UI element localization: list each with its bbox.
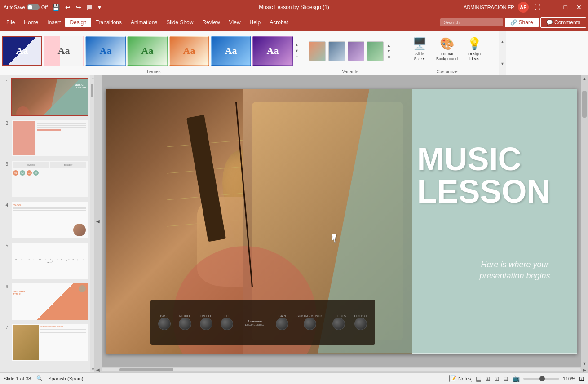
slide-thumb-6[interactable]: 6 SECTIONTITLE xyxy=(2,282,88,321)
menu-help[interactable]: Help xyxy=(245,18,265,27)
zoom-fit-button[interactable]: ⊡ xyxy=(579,375,584,382)
menu-design[interactable]: Design xyxy=(65,18,91,27)
slide-panel-inner: 1 MUSICLESSON 2 xyxy=(0,75,94,372)
slide-size-label: SlideSize ▾ xyxy=(414,52,425,62)
menu-transitions[interactable]: Transitions xyxy=(91,18,126,27)
slide-sorter-icon[interactable]: ⊡ xyxy=(494,375,500,382)
menu-insert[interactable]: Insert xyxy=(43,18,65,27)
present-button[interactable]: ▤ xyxy=(85,3,94,12)
design-ideas-button[interactable]: 💡 DesignIdeas xyxy=(463,35,486,63)
autosave-toggle[interactable] xyxy=(27,4,40,10)
toolbar-icons: 💾 ↩ ↪ ▤ ▾ xyxy=(50,3,103,12)
canvas-scroll-top[interactable]: ▲ xyxy=(581,75,588,82)
canvas-scroll-bottom[interactable]: ▼ xyxy=(581,361,588,367)
amp-label-3: TREBLE xyxy=(200,314,212,318)
customize-button[interactable]: ▾ xyxy=(96,3,103,12)
minimize-button[interactable]: — xyxy=(546,4,557,11)
slide-thumb-1[interactable]: 1 MUSICLESSON xyxy=(2,78,88,116)
theme-label-7: Aa xyxy=(267,45,279,57)
theme-item-6[interactable]: Aa xyxy=(211,36,251,66)
zoom-level: 110% xyxy=(563,376,575,381)
slide-title: MUSIC LESSON xyxy=(417,143,550,207)
slideshow-icon[interactable]: ▤ xyxy=(476,375,482,382)
menu-animations[interactable]: Animations xyxy=(126,18,162,27)
theme-label-2: Aa xyxy=(58,45,70,57)
menu-view[interactable]: View xyxy=(225,18,245,27)
ribbon-scroll-top[interactable]: ▲ xyxy=(499,31,506,53)
canvas-main[interactable]: BASS MIDDLE TREBLE O.I. xyxy=(102,75,581,367)
variants-scroll-down[interactable]: ▼ xyxy=(386,49,391,54)
ribbon: Aa Aa Aa Aa Aa Aa Aa ▲ ▼ ≡ xyxy=(0,31,588,75)
autosave-label: AutoSave xyxy=(4,4,25,10)
variant-item-3[interactable] xyxy=(348,41,364,61)
slide-thumb-5[interactable]: 5 "The universe thinks of us as if the e… xyxy=(2,242,88,280)
canvas-left-scroll: ◀ xyxy=(94,75,102,367)
amp-col-2: MIDDLE xyxy=(179,314,191,330)
menu-home[interactable]: Home xyxy=(19,18,43,27)
h-scroll-right-btn[interactable]: ▶ xyxy=(582,367,587,372)
canvas-scroll-left[interactable]: ◀ xyxy=(96,219,100,224)
theme-item-5[interactable]: Aa xyxy=(169,36,209,66)
presenter-view-icon[interactable]: 📺 xyxy=(512,375,520,382)
slide-thumb-4[interactable]: 4 VENUS xyxy=(2,201,88,239)
scroll-thumb xyxy=(91,84,93,97)
preview-s7-img xyxy=(13,325,39,360)
variants-expand[interactable]: ≡ xyxy=(386,54,391,60)
reading-view-icon[interactable]: ⊟ xyxy=(503,375,508,382)
menu-acrobat[interactable]: Acrobat xyxy=(265,18,292,27)
language-info: Spanish (Spain) xyxy=(48,376,83,381)
slide-list[interactable]: 1 MUSICLESSON 2 xyxy=(0,75,90,372)
menu-review[interactable]: Review xyxy=(198,18,224,27)
format-bg-icon: 🎨 xyxy=(440,37,454,51)
slide-size-button[interactable]: 🖥️ SlideSize ▾ xyxy=(408,35,431,63)
normal-view-icon[interactable]: ⊞ xyxy=(485,375,491,382)
menu-file[interactable]: File xyxy=(2,18,19,27)
undo-button[interactable]: ↩ xyxy=(63,3,72,12)
zoom-slider[interactable] xyxy=(523,378,559,380)
variant-item-2[interactable] xyxy=(328,41,345,61)
preview-quote: "The universe thinks of us as if the ent… xyxy=(12,257,88,265)
variants-scroll-up[interactable]: ▲ xyxy=(386,43,391,48)
theme-item-2[interactable]: Aa xyxy=(44,36,84,66)
ribbon-scroll-bottom[interactable]: ▼ xyxy=(499,53,506,75)
share-button[interactable]: 🔗 Share xyxy=(505,18,538,27)
theme-label-5: Aa xyxy=(183,45,195,57)
variant-item-1[interactable] xyxy=(309,41,326,61)
slide-scroll-down[interactable]: ▼ xyxy=(90,366,94,372)
horizontal-scrollbar[interactable]: ◀ ▶ xyxy=(94,367,588,372)
amp-col-3: TREBLE xyxy=(200,314,212,330)
redo-button[interactable]: ↪ xyxy=(74,3,83,12)
theme-item-3[interactable]: Aa xyxy=(85,36,126,66)
themes-scroll-down[interactable]: ▼ xyxy=(294,48,299,53)
variant-item-4[interactable] xyxy=(367,41,384,61)
themes-section: Aa Aa Aa Aa Aa Aa Aa ▲ ▼ ≡ xyxy=(0,31,305,75)
window-title: Music Lesson by Slidesgo (1) xyxy=(259,4,329,10)
comments-button[interactable]: 💬 Comments xyxy=(540,17,586,28)
notes-button[interactable]: 📝 Notes xyxy=(449,375,472,382)
menu-slideshow[interactable]: Slide Show xyxy=(162,18,198,27)
theme-item-7[interactable]: Aa xyxy=(252,36,293,66)
slide-thumb-2[interactable]: 2 xyxy=(2,119,88,157)
h-scroll-left-btn[interactable]: ◀ xyxy=(95,367,101,372)
close-button[interactable]: ✕ xyxy=(574,4,584,11)
slide-thumb-3[interactable]: 3 FEATURES ASSGNMENT 01 02 03 04 xyxy=(2,160,88,198)
fullscreen-button[interactable]: ⛶ xyxy=(532,3,542,12)
search-input[interactable] xyxy=(440,18,503,26)
slide-title-line1: MUSIC xyxy=(417,143,550,175)
theme-item-1[interactable]: Aa xyxy=(2,36,42,66)
amp-label-6: SUB HARMONICS xyxy=(296,314,323,318)
maximize-button[interactable]: □ xyxy=(561,4,570,11)
slide-canvas[interactable]: BASS MIDDLE TREBLE O.I. xyxy=(106,89,577,354)
amplifier: BASS MIDDLE TREBLE O.I. xyxy=(150,300,375,345)
themes-scroll-up[interactable]: ▲ xyxy=(294,42,299,48)
slide-preview-2 xyxy=(11,119,88,157)
preview-v-line1 xyxy=(13,207,86,208)
save-button[interactable]: 💾 xyxy=(50,3,62,12)
slide-scroll-up[interactable]: ▲ xyxy=(90,75,94,81)
theme-item-4[interactable]: Aa xyxy=(127,36,168,66)
slide-thumb-7[interactable]: 7 WHAT IS THIS TOPIC ABOUT? xyxy=(2,323,88,362)
format-background-button[interactable]: 🎨 FormatBackground xyxy=(433,35,460,63)
user-name: ADMINISTRACION FP xyxy=(464,4,514,10)
slide-panel-scrollbar[interactable]: ▲ ▼ xyxy=(90,75,94,372)
themes-expand[interactable]: ≡ xyxy=(294,54,299,59)
